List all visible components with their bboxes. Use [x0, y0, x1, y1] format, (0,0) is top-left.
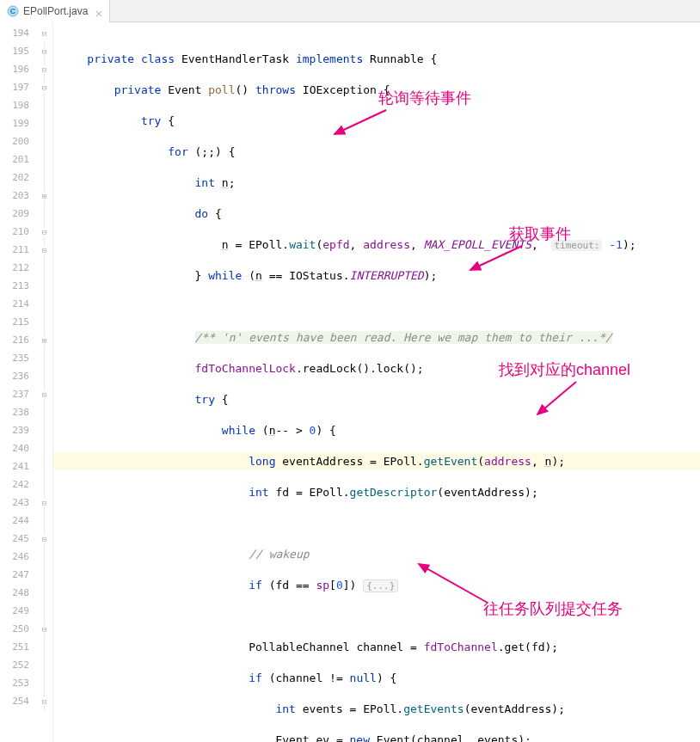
file-tab[interactable]: C EPollPort.java: [0, 0, 110, 22]
fold-minus-icon[interactable]: ⊟: [42, 65, 46, 74]
close-icon[interactable]: [95, 8, 102, 15]
fold-minus-icon[interactable]: ⊟: [42, 83, 46, 92]
code-line: [53, 514, 700, 532]
code-line: private Event poll() throws IOException …: [53, 81, 700, 99]
code-line-highlighted: long eventAddress = EPoll.getEvent(addre…: [53, 452, 700, 470]
java-class-icon: C: [7, 5, 19, 17]
code-line: private class EventHandlerTask implement…: [53, 50, 700, 68]
code-line: for (;;) {: [53, 143, 700, 161]
fold-plus-icon[interactable]: ⊞: [42, 192, 46, 200]
code-line: try {: [53, 112, 700, 130]
code-line: [53, 297, 700, 316]
code-area[interactable]: private class EventHandlerTask implement…: [53, 22, 700, 742]
fold-minus-icon[interactable]: ⊟: [42, 697, 46, 706]
code-editor[interactable]: 1941951961971981992002012022032092102112…: [0, 22, 700, 742]
fold-minus-icon[interactable]: ⊟: [42, 246, 46, 254]
fold-plus-icon[interactable]: ⊞: [42, 336, 46, 345]
code-line: while (n-- > 0) {: [53, 421, 700, 439]
line-number-gutter: 1941951961971981992002012022032092102112…: [0, 22, 36, 742]
tab-bar: C EPollPort.java: [0, 0, 700, 22]
folded-block[interactable]: {...}: [363, 579, 398, 592]
svg-text:C: C: [10, 7, 16, 15]
code-line: int events = EPoll.getEvents(eventAddres…: [53, 700, 700, 718]
code-line: do {: [53, 205, 700, 223]
fold-minus-icon[interactable]: ⊟: [42, 625, 46, 634]
code-line: if (channel != null) {: [53, 669, 700, 687]
code-line: [53, 607, 700, 625]
fold-minus-icon[interactable]: ⊟: [42, 228, 46, 236]
code-line: } while (n == IOStatus.INTERRUPTED);: [53, 267, 700, 285]
code-line: fdToChannelLock.readLock().lock();: [53, 359, 700, 377]
code-line: PollableChannel channel = fdToChannel.ge…: [53, 638, 700, 656]
code-line: n = EPoll.wait(epfd, address, MAX_EPOLL_…: [53, 236, 700, 254]
fold-minus-icon[interactable]: ⊟: [42, 29, 46, 38]
code-line: int fd = EPoll.getDescriptor(eventAddres…: [53, 483, 700, 501]
code-line: Event ev = new Event(channel, events);: [53, 731, 700, 742]
code-line: /** 'n' events have been read. Here we m…: [53, 328, 700, 346]
code-line: // wakeup: [53, 545, 700, 563]
code-line: int n;: [53, 174, 700, 192]
fold-minus-icon[interactable]: ⊟: [42, 499, 46, 507]
code-line: try {: [53, 390, 700, 408]
tab-filename: EPollPort.java: [23, 5, 88, 17]
parameter-hint: timeout:: [551, 240, 602, 251]
fold-gutter: ⊟ ⊟ ⊟ ⊟ ⊞ ⊟ ⊟ ⊞ ⊟ ⊟ ⊟ ⊟ ⊟: [36, 22, 53, 742]
fold-minus-icon[interactable]: ⊟: [42, 535, 46, 543]
code-line: if (fd == sp[0]) {...}: [53, 576, 700, 594]
folded-javadoc[interactable]: /** 'n' events have been read. Here we m…: [195, 331, 612, 344]
fold-minus-icon[interactable]: ⊟: [42, 390, 46, 399]
fold-minus-icon[interactable]: ⊟: [42, 47, 46, 56]
